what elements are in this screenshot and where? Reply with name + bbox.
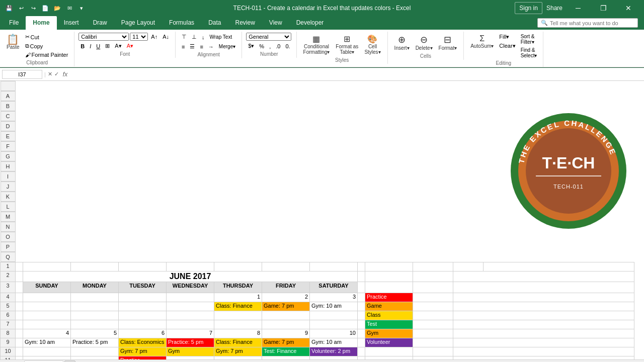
cell-B4[interactable] (23, 293, 71, 302)
col-header-P[interactable]: P (1, 242, 16, 252)
cell-G10-event[interactable]: Test: Finance (262, 347, 310, 356)
cell-D1[interactable] (119, 262, 167, 272)
row-num-3[interactable]: 3 (1, 282, 16, 293)
header-thursday[interactable]: THURSDAY (214, 282, 262, 293)
cell-E10-event[interactable]: Gym (167, 347, 214, 356)
indent-button[interactable]: → (206, 42, 216, 51)
cell-A9[interactable] (16, 338, 23, 347)
cell-A1[interactable] (16, 262, 23, 272)
undo-icon[interactable]: ↩ (16, 3, 26, 13)
row-num-4[interactable]: 4 (1, 293, 16, 302)
cell-K6[interactable] (413, 311, 453, 320)
cell-K9[interactable] (413, 338, 453, 347)
row-num-9[interactable]: 9 (1, 338, 16, 347)
col-header-M[interactable]: M (1, 212, 16, 222)
cell-F7[interactable] (214, 320, 262, 329)
cell-L9[interactable] (453, 338, 634, 347)
cell-I5[interactable] (358, 302, 365, 311)
col-header-L[interactable]: L (1, 202, 16, 212)
col-header-D[interactable]: D (1, 121, 16, 131)
row-num-6[interactable]: 6 (1, 311, 16, 320)
cell-L6[interactable] (453, 311, 634, 320)
clear-button[interactable]: Clear▾ (497, 42, 517, 50)
copy-button[interactable]: ⧉ Copy (23, 42, 70, 50)
cell-F5-event[interactable]: Class: Finance (214, 302, 262, 311)
cell-J3[interactable] (365, 282, 413, 293)
decrease-font-button[interactable]: A↓ (160, 33, 171, 41)
cell-H10-event[interactable]: Volunteer: 2 pm (310, 347, 358, 356)
header-saturday[interactable]: SATURDAY (310, 282, 358, 293)
cell-D5[interactable] (119, 302, 167, 311)
header-wednesday[interactable]: WEDNESDAY (167, 282, 214, 293)
email-icon[interactable]: ✉ (64, 3, 74, 13)
row-num-5[interactable]: 5 (1, 302, 16, 311)
col-header-E[interactable]: E (1, 131, 16, 141)
tab-page-layout[interactable]: Page Layout (114, 16, 162, 30)
cell-H9-event[interactable]: Gym: 10 am (310, 338, 358, 347)
header-friday[interactable]: FRIDAY (262, 282, 310, 293)
cell-G7[interactable] (262, 320, 310, 329)
font-size-select[interactable]: 11 (130, 33, 148, 41)
cell-L10[interactable] (453, 347, 634, 356)
open-icon[interactable]: 📂 (52, 3, 62, 13)
increase-decimal-button[interactable]: .0 (274, 42, 282, 50)
add-sheet-button[interactable]: + (64, 360, 75, 363)
cell-C8-date[interactable]: 5 (71, 329, 119, 338)
cell-H8-date[interactable]: 10 (310, 329, 358, 338)
cell-L1[interactable] (453, 262, 484, 272)
cut-button[interactable]: ✂ Cut (23, 33, 70, 41)
align-center-button[interactable]: ☰ (188, 42, 197, 51)
conditional-formatting-button[interactable]: ▦ Conditional Formatting▾ (301, 33, 333, 56)
tab-insert[interactable]: Insert (57, 16, 86, 30)
tab-formulas[interactable]: Formulas (162, 16, 201, 30)
col-header-K[interactable]: K (1, 192, 16, 202)
paste-button[interactable]: 📋 Paste (4, 33, 22, 51)
cell-M1[interactable] (484, 262, 634, 272)
header-sunday[interactable]: SUNDAY (23, 282, 71, 293)
cell-D7[interactable] (119, 320, 167, 329)
col-header-J[interactable]: J (1, 182, 16, 192)
cell-C6[interactable] (71, 311, 119, 320)
delete-button[interactable]: ⊖ Delete▾ (413, 33, 435, 52)
underline-button[interactable]: U (94, 42, 102, 50)
cell-D11-event[interactable]: Practice (119, 356, 167, 360)
cell-G4-date[interactable]: 2 (262, 293, 310, 302)
cell-B1[interactable] (23, 262, 71, 272)
format-button[interactable]: ⊟ Format▾ (436, 33, 460, 52)
sign-in-button[interactable]: Sign in (515, 2, 542, 14)
cell-J10[interactable] (365, 347, 413, 356)
header-tuesday[interactable]: TUESDAY (119, 282, 167, 293)
cell-I6[interactable] (358, 311, 365, 320)
comma-button[interactable]: , (267, 42, 273, 50)
find-select-button[interactable]: Find &Select▾ (519, 46, 539, 59)
cell-B6[interactable] (23, 311, 71, 320)
align-left-button[interactable]: ≡ (180, 42, 187, 51)
cell-I8[interactable] (358, 329, 365, 338)
format-painter-button[interactable]: 🖌 Format Painter (23, 51, 70, 59)
cell-A5[interactable] (16, 302, 23, 311)
cell-E4[interactable] (167, 293, 214, 302)
cell-L2[interactable] (453, 272, 634, 282)
cell-B5[interactable] (23, 302, 71, 311)
cell-L7[interactable] (453, 320, 634, 329)
border-button[interactable]: ⊞ (103, 42, 112, 50)
col-header-O[interactable]: O (1, 232, 16, 242)
tab-view[interactable]: View (262, 16, 289, 30)
row-num-2[interactable]: 2 (1, 272, 16, 282)
cell-C9-event[interactable]: Practice: 5 pm (71, 338, 119, 347)
header-monday[interactable]: MONDAY (71, 282, 119, 293)
formula-input[interactable] (71, 71, 642, 77)
save-icon[interactable]: 💾 (4, 3, 14, 13)
cell-C11[interactable] (71, 356, 119, 360)
align-top-button[interactable]: ⊤ (180, 33, 189, 41)
fill-button[interactable]: Fill▾ (497, 33, 517, 41)
col-header-F[interactable]: F (1, 141, 16, 151)
cell-E5[interactable] (167, 302, 214, 311)
cell-D9-event[interactable]: Class: Economics (119, 338, 167, 347)
cell-I4[interactable] (358, 293, 365, 302)
cell-F9-event[interactable]: Class: Finance (214, 338, 262, 347)
merge-center-button[interactable]: Merge▾ (217, 42, 237, 51)
cell-I1[interactable] (358, 262, 365, 272)
cell-F11[interactable] (214, 356, 262, 360)
row-num-8[interactable]: 8 (1, 329, 16, 338)
